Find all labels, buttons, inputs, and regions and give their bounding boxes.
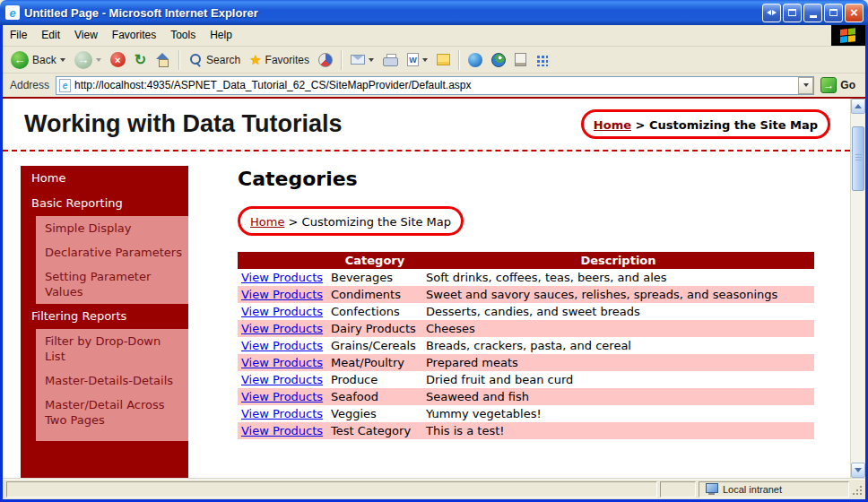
resize-grip[interactable]	[851, 482, 864, 497]
edit-button[interactable]	[403, 51, 432, 68]
toolbar: Back Search Favorites	[3, 47, 865, 74]
mail-dropdown-icon	[369, 58, 374, 62]
sidebar-item-master-details-details[interactable]: Master-Details-Details	[36, 368, 188, 393]
page-favicon	[59, 79, 71, 92]
messenger-icon	[468, 53, 482, 67]
stop-icon	[110, 52, 126, 67]
view-products-link[interactable]: View Products	[241, 288, 323, 301]
menu-view[interactable]: View	[67, 25, 105, 46]
header-category: Category	[327, 252, 422, 269]
breadcrumb-separator: >	[636, 118, 646, 132]
vertical-scrollbar[interactable]	[850, 99, 865, 478]
sidebar-item-filtering-reports[interactable]: Filtering Reports	[21, 304, 188, 329]
category-cell: Grains/Cereals	[327, 337, 422, 354]
scroll-up-button[interactable]	[851, 99, 865, 114]
forward-button[interactable]	[70, 49, 106, 71]
description-cell: Soft drinks, coffees, teas, beers, and a…	[422, 269, 814, 286]
view-products-link[interactable]: View Products	[241, 407, 323, 420]
maximize-icon	[829, 9, 838, 16]
scroll-up-icon	[855, 104, 862, 108]
web-page: Working with Data Tutorials Home > Custo…	[3, 99, 850, 478]
table-row: View Products Confections Desserts, cand…	[238, 303, 814, 320]
close-button[interactable]	[845, 4, 864, 22]
table-row: View Products Condiments Sweet and savor…	[238, 286, 814, 303]
view-products-link[interactable]: View Products	[241, 356, 323, 369]
view-products-link[interactable]: View Products	[241, 322, 323, 335]
address-field	[56, 76, 814, 95]
breadcrumb-top: Home > Customizing the Site Map	[594, 118, 818, 132]
print-button[interactable]	[378, 52, 403, 68]
discuss-button[interactable]	[432, 52, 455, 67]
maximize-button[interactable]	[824, 4, 843, 22]
refresh-button[interactable]	[130, 51, 151, 69]
status-main-pane	[6, 481, 657, 498]
back-icon	[11, 51, 29, 69]
description-cell: Breads, crackers, pasta, and cereal	[422, 337, 814, 354]
view-products-link[interactable]: View Products	[241, 390, 323, 403]
forward-icon	[74, 51, 92, 69]
header-empty	[238, 252, 327, 269]
scroll-down-button[interactable]	[851, 463, 865, 478]
search-button[interactable]: Search	[184, 51, 245, 69]
breadcrumb-content: Home > Customizing the Site Map	[250, 215, 451, 229]
globe-icon	[491, 53, 506, 67]
sidebar-item-filter-by-dropdown-list[interactable]: Filter by Drop-Down List	[36, 329, 188, 368]
window-icon	[788, 9, 796, 16]
menu-help[interactable]: Help	[203, 25, 239, 46]
address-input[interactable]	[71, 79, 798, 91]
view-products-link[interactable]: View Products	[241, 271, 323, 284]
description-cell: Yummy vegetables!	[422, 405, 814, 422]
stop-button[interactable]	[106, 50, 130, 69]
categories-heading: Categories	[238, 168, 832, 190]
sidebar-item-basic-reporting[interactable]: Basic Reporting	[21, 191, 188, 216]
sidebar-item-simple-display[interactable]: Simple Display	[36, 216, 188, 240]
sidebar-item-master-detail-across-two-pages[interactable]: Master/Detail Across Two Pages	[36, 393, 188, 432]
breadcrumb-home-link[interactable]: Home	[250, 215, 284, 229]
scrollbar-track[interactable]	[851, 114, 865, 463]
sidebar-item-declarative-parameters[interactable]: Declarative Parameters	[36, 240, 188, 264]
browser-window: Untitled Page - Microsoft Internet Explo…	[0, 0, 868, 502]
favorites-button[interactable]: Favorites	[245, 51, 314, 69]
links-button[interactable]	[531, 52, 552, 68]
minimize-button[interactable]	[803, 4, 822, 22]
table-row: View Products Dairy Products Cheeses	[238, 320, 814, 337]
history-button[interactable]	[314, 51, 337, 69]
arrow-right-icon	[772, 10, 777, 15]
edit-dropdown-icon	[422, 58, 428, 62]
refresh-icon	[135, 53, 146, 67]
sidebar-nav: Home Basic Reporting Simple Display Decl…	[21, 166, 188, 478]
messenger-button[interactable]	[464, 51, 487, 69]
menu-tools[interactable]: Tools	[163, 25, 203, 46]
research-button[interactable]	[510, 51, 531, 68]
go-button[interactable]: Go	[814, 77, 862, 93]
description-cell: Sweet and savory sauces, relishes, sprea…	[422, 286, 814, 303]
titlebar-window-button[interactable]	[783, 4, 802, 22]
view-products-link[interactable]: View Products	[241, 373, 323, 386]
description-cell: Dried fruit and bean curd	[422, 371, 814, 388]
home-button[interactable]	[151, 51, 175, 68]
menu-bar: File Edit View Favorites Tools Help	[3, 25, 865, 47]
view-products-link[interactable]: View Products	[241, 305, 323, 318]
sidebar-item-home[interactable]: Home	[21, 166, 188, 191]
view-products-link[interactable]: View Products	[241, 339, 323, 352]
view-products-link[interactable]: View Products	[241, 424, 323, 437]
print-icon	[383, 54, 398, 66]
mail-button[interactable]	[346, 53, 378, 66]
menu-file[interactable]: File	[3, 25, 34, 46]
menu-edit[interactable]: Edit	[34, 25, 67, 46]
ie-app-icon	[5, 5, 20, 20]
main-content: Categories Home > Customizing the Site M…	[238, 166, 850, 478]
table-row: View Products Veggies Yummy vegetables!	[238, 405, 814, 422]
address-dropdown-button[interactable]	[798, 77, 813, 94]
titlebar-arrows-button[interactable]	[762, 4, 781, 22]
page-area: Working with Data Tutorials Home > Custo…	[3, 97, 865, 478]
windows-update-button[interactable]	[487, 51, 510, 69]
breadcrumb-home-link[interactable]: Home	[594, 118, 631, 132]
header-description: Description	[422, 252, 814, 269]
scrollbar-thumb[interactable]	[852, 126, 864, 191]
titlebar: Untitled Page - Microsoft Internet Explo…	[0, 0, 868, 25]
menu-favorites[interactable]: Favorites	[105, 25, 163, 46]
sidebar-item-setting-parameter-values[interactable]: Setting Parameter Values	[36, 264, 188, 304]
back-button[interactable]: Back	[6, 49, 70, 71]
category-cell: Produce	[327, 371, 422, 388]
